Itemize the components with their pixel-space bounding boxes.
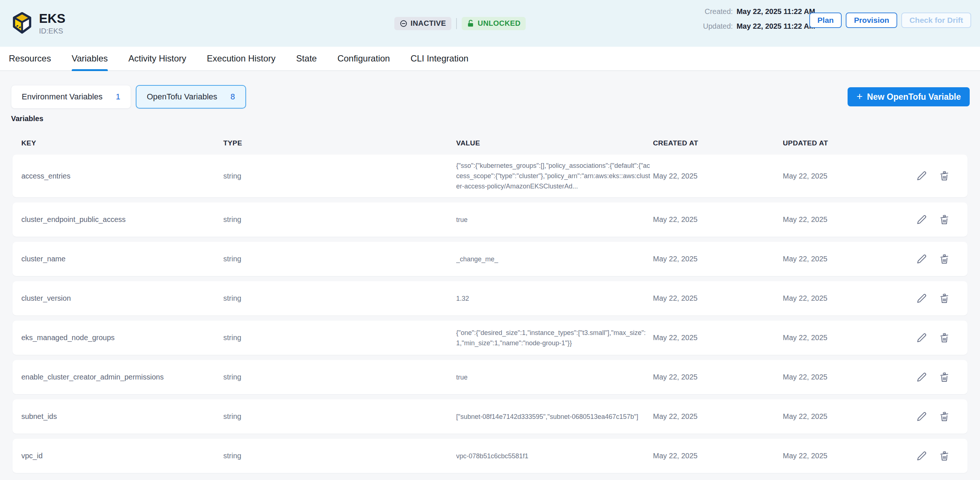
delete-variable-button[interactable] bbox=[937, 331, 951, 345]
tab-activity-history[interactable]: Activity History bbox=[128, 47, 186, 70]
lock-badge: UNLOCKED bbox=[462, 17, 526, 30]
edit-variable-button[interactable] bbox=[915, 410, 929, 424]
cell-created-at: May 22, 2025 bbox=[653, 373, 783, 381]
section-title: Variables bbox=[11, 115, 974, 123]
trash-icon bbox=[939, 372, 950, 383]
cell-key: cluster_version bbox=[21, 294, 223, 303]
tab-cli-integration[interactable]: CLI Integration bbox=[410, 47, 468, 70]
plan-button[interactable]: Plan bbox=[809, 13, 842, 28]
edit-variable-button[interactable] bbox=[915, 292, 929, 306]
cell-type: string bbox=[223, 172, 456, 180]
table-row: vpc_id string vpc-078b51c6cbc5581f1 May … bbox=[13, 439, 967, 473]
delete-variable-button[interactable] bbox=[937, 169, 951, 183]
edit-variable-button[interactable] bbox=[915, 449, 929, 463]
cell-created-at: May 22, 2025 bbox=[653, 333, 783, 342]
cell-key: enable_cluster_creator_admin_permissions bbox=[21, 373, 223, 381]
cell-type: string bbox=[223, 373, 456, 381]
cell-created-at: May 22, 2025 bbox=[653, 294, 783, 303]
edit-variable-button[interactable] bbox=[915, 213, 929, 227]
inactive-icon bbox=[399, 19, 407, 28]
cell-value: {"one":{"desired_size":1,"instance_types… bbox=[456, 328, 653, 348]
tab-configuration[interactable]: Configuration bbox=[337, 47, 390, 70]
subtab-opentofu-variables[interactable]: OpenTofu Variables 8 bbox=[136, 85, 246, 108]
subtab-count: 8 bbox=[231, 92, 235, 102]
delete-variable-button[interactable] bbox=[937, 370, 951, 384]
pencil-icon bbox=[916, 411, 927, 422]
cell-value: true bbox=[456, 372, 653, 383]
table-row: eks_managed_node_groups string {"one":{"… bbox=[13, 321, 967, 355]
cell-created-at: May 22, 2025 bbox=[653, 452, 783, 460]
tab-execution-history[interactable]: Execution History bbox=[207, 47, 275, 70]
table-row: cluster_endpoint_public_access string tr… bbox=[13, 203, 967, 237]
trash-icon bbox=[939, 332, 950, 343]
table-row: cluster_version string 1.32 May 22, 2025… bbox=[13, 281, 967, 316]
column-header-key: KEY bbox=[21, 139, 223, 147]
cell-created-at: May 22, 2025 bbox=[653, 172, 783, 180]
edit-variable-button[interactable] bbox=[915, 331, 929, 345]
cell-created-at: May 22, 2025 bbox=[653, 255, 783, 263]
subtab-environment-variables[interactable]: Environment Variables 1 bbox=[11, 85, 131, 108]
subtab-label: OpenTofu Variables bbox=[147, 92, 217, 102]
pencil-icon bbox=[916, 254, 927, 265]
delete-variable-button[interactable] bbox=[937, 213, 951, 227]
status-badge: INACTIVE bbox=[395, 17, 451, 30]
delete-variable-button[interactable] bbox=[937, 252, 951, 266]
table-row: subnet_ids string ["subnet-08f14e7142d33… bbox=[13, 399, 967, 434]
cell-value: _change_me_ bbox=[456, 254, 653, 264]
tab-state[interactable]: State bbox=[296, 47, 317, 70]
delete-variable-button[interactable] bbox=[937, 449, 951, 463]
cell-key: eks_managed_node_groups bbox=[21, 333, 223, 342]
subtab-label: Environment Variables bbox=[22, 92, 103, 102]
tab-resources[interactable]: Resources bbox=[9, 47, 51, 70]
check-for-drift-button[interactable]: Check for Drift bbox=[901, 13, 971, 28]
edit-variable-button[interactable] bbox=[915, 252, 929, 266]
created-label: Created: bbox=[705, 7, 733, 16]
updated-label: Updated: bbox=[703, 22, 733, 30]
plus-icon: + bbox=[856, 91, 862, 102]
cell-updated-at: May 22, 2025 bbox=[783, 294, 897, 303]
cell-value: vpc-078b51c6cbc5581f1 bbox=[456, 451, 653, 461]
cell-value: 1.32 bbox=[456, 293, 653, 304]
cell-value: {"sso":{"kubernetes_groups":[],"policy_a… bbox=[456, 161, 653, 191]
table-header: KEY TYPE VALUE CREATED AT UPDATED AT bbox=[13, 139, 967, 147]
cell-updated-at: May 22, 2025 bbox=[783, 215, 897, 224]
column-header-updated-at: UPDATED AT bbox=[783, 139, 897, 147]
table-row: access_entries string {"sso":{"kubernete… bbox=[13, 155, 967, 197]
status-badge-label: INACTIVE bbox=[410, 19, 446, 28]
cell-key: subnet_ids bbox=[21, 412, 223, 421]
trash-icon bbox=[939, 411, 950, 422]
pencil-icon bbox=[916, 214, 927, 225]
cell-updated-at: May 22, 2025 bbox=[783, 452, 897, 460]
trash-icon bbox=[939, 293, 950, 304]
cell-type: string bbox=[223, 255, 456, 263]
cell-type: string bbox=[223, 412, 456, 421]
pencil-icon bbox=[916, 372, 927, 383]
created-value: May 22, 2025 11:22 AM bbox=[737, 7, 815, 16]
trash-icon bbox=[939, 214, 950, 225]
cell-updated-at: May 22, 2025 bbox=[783, 333, 897, 342]
delete-variable-button[interactable] bbox=[937, 410, 951, 424]
cell-updated-at: May 22, 2025 bbox=[783, 255, 897, 263]
entity-identity: EKS ID:EKS bbox=[10, 11, 65, 36]
cell-type: string bbox=[223, 215, 456, 224]
edit-variable-button[interactable] bbox=[915, 169, 929, 183]
tab-variables[interactable]: Variables bbox=[72, 47, 108, 70]
timestamps: Created: May 22, 2025 11:22 AM Updated: … bbox=[703, 7, 815, 37]
new-opentofu-variable-button[interactable]: + New OpenTofu Variable bbox=[848, 87, 970, 106]
edit-variable-button[interactable] bbox=[915, 370, 929, 384]
entity-header: EKS ID:EKS INACTIVE UNLOCKED Created: Ma… bbox=[0, 0, 980, 47]
subtab-count: 1 bbox=[116, 92, 120, 102]
variables-table: access_entries string {"sso":{"kubernete… bbox=[13, 155, 967, 473]
cell-key: cluster_endpoint_public_access bbox=[21, 215, 223, 224]
trash-icon bbox=[939, 254, 950, 265]
provision-button[interactable]: Provision bbox=[846, 13, 897, 28]
table-row: enable_cluster_creator_admin_permissions… bbox=[13, 360, 967, 394]
pencil-icon bbox=[916, 171, 927, 182]
variables-subtabs: Environment Variables 1 OpenTofu Variabl… bbox=[11, 85, 970, 108]
delete-variable-button[interactable] bbox=[937, 292, 951, 306]
column-header-created-at: CREATED AT bbox=[653, 139, 783, 147]
lock-badge-label: UNLOCKED bbox=[478, 19, 521, 28]
pencil-icon bbox=[916, 332, 927, 343]
cell-type: string bbox=[223, 333, 456, 342]
cell-updated-at: May 22, 2025 bbox=[783, 412, 897, 421]
